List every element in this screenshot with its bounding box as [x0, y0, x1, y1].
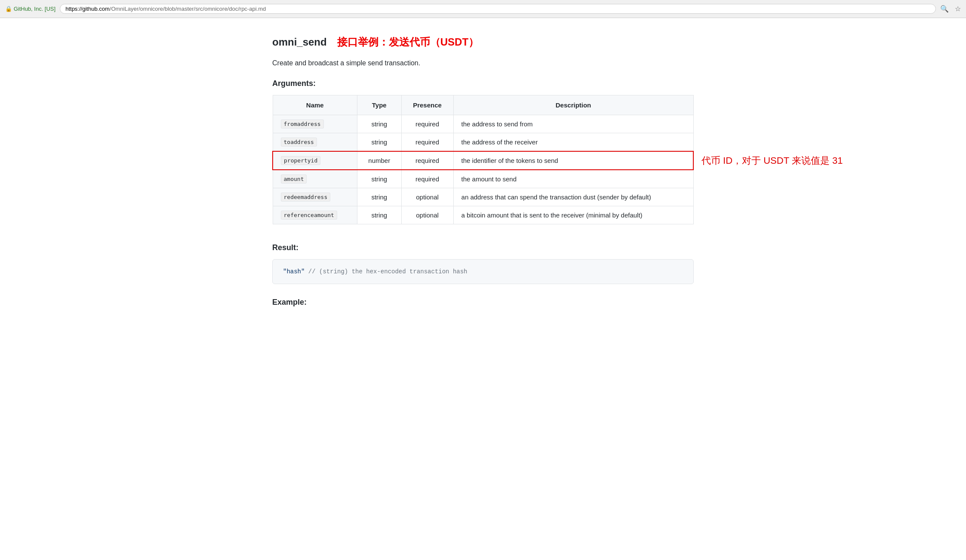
cell-name-fromaddress: fromaddress [273, 115, 357, 133]
table-row-amount: amountstringrequiredthe amount to send [273, 170, 693, 188]
cell-name-toaddress: toaddress [273, 133, 357, 152]
cell-presence-propertyid: required [401, 151, 453, 170]
cell-type-amount: string [357, 170, 402, 188]
cell-description-fromaddress: the address to send from [453, 115, 693, 133]
cell-type-propertyid: number [357, 151, 402, 170]
url-origin: https://github.com [65, 6, 110, 12]
cell-name-amount: amount [273, 170, 357, 188]
api-description: Create and broadcast a simple send trans… [272, 59, 694, 67]
table-header-row: Name Type Presence Description [273, 95, 693, 115]
table-wrapper: Name Type Presence Description fromaddre… [272, 95, 694, 242]
api-name: omni_send [272, 36, 327, 48]
table-row-fromaddress: fromaddressstringrequiredthe address to … [273, 115, 693, 133]
cell-type-toaddress: string [357, 133, 402, 152]
page-content: omni_send 接口举例：发送代币（USDT） Create and bro… [246, 18, 720, 331]
table-row-toaddress: toaddressstringrequiredthe address of th… [273, 133, 693, 152]
table-row-redeemaddress: redeemaddressstringoptionalan address th… [273, 188, 693, 206]
cell-description-toaddress: the address of the receiver [453, 133, 693, 152]
cell-presence-amount: required [401, 170, 453, 188]
col-header-name: Name [273, 95, 357, 115]
browser-lock-icon: 🔒 GitHub, Inc. [US] [5, 6, 55, 12]
col-header-description: Description [453, 95, 693, 115]
example-section: Example: [272, 298, 694, 307]
cell-type-referenceamount: string [357, 206, 402, 224]
cell-presence-redeemaddress: optional [401, 188, 453, 206]
col-header-type: Type [357, 95, 402, 115]
cell-description-propertyid: the identifier of the tokens to send代币 I… [453, 151, 693, 170]
search-icon[interactable]: 🔍 [940, 5, 949, 13]
url-bar[interactable]: https://github.com/OmniLayer/omnicore/bl… [60, 4, 936, 14]
result-code-block: "hash" // (string) the hex-encoded trans… [272, 259, 694, 284]
browser-bar: 🔒 GitHub, Inc. [US] https://github.com/O… [0, 0, 966, 18]
table-row-propertyid: propertyidnumberrequiredthe identifier o… [273, 151, 693, 170]
url-path: /OmniLayer/omnicore/blob/master/src/omni… [110, 6, 266, 12]
result-section: Result: "hash" // (string) the hex-encod… [272, 243, 694, 284]
result-code-string: "hash" [283, 268, 305, 275]
cell-name-propertyid: propertyid [273, 151, 357, 170]
cell-presence-fromaddress: required [401, 115, 453, 133]
cell-presence-toaddress: required [401, 133, 453, 152]
cell-description-amount: the amount to send [453, 170, 693, 188]
cell-name-referenceamount: referenceamount [273, 206, 357, 224]
browser-toolbar-icons: 🔍 ☆ [940, 5, 961, 13]
col-header-presence: Presence [401, 95, 453, 115]
cell-presence-referenceamount: optional [401, 206, 453, 224]
cell-type-redeemaddress: string [357, 188, 402, 206]
row-annotation-propertyid: 代币 ID，对于 USDT 来说值是 31 [701, 154, 843, 167]
api-subtitle: 接口举例：发送代币（USDT） [337, 35, 479, 49]
example-title: Example: [272, 298, 694, 307]
arguments-table: Name Type Presence Description fromaddre… [272, 95, 694, 224]
bookmark-icon[interactable]: ☆ [955, 5, 961, 13]
cell-description-referenceamount: a bitcoin amount that is sent to the rec… [453, 206, 693, 224]
cell-type-fromaddress: string [357, 115, 402, 133]
page-header: omni_send 接口举例：发送代币（USDT） [272, 35, 694, 49]
cell-description-redeemaddress: an address that can spend the transactio… [453, 188, 693, 206]
result-code: "hash" // (string) the hex-encoded trans… [283, 268, 468, 275]
arguments-title: Arguments: [272, 79, 694, 88]
table-row-referenceamount: referenceamountstringoptionala bitcoin a… [273, 206, 693, 224]
result-code-comment: // (string) the hex-encoded transaction … [308, 268, 468, 275]
cell-name-redeemaddress: redeemaddress [273, 188, 357, 206]
result-title: Result: [272, 243, 694, 252]
